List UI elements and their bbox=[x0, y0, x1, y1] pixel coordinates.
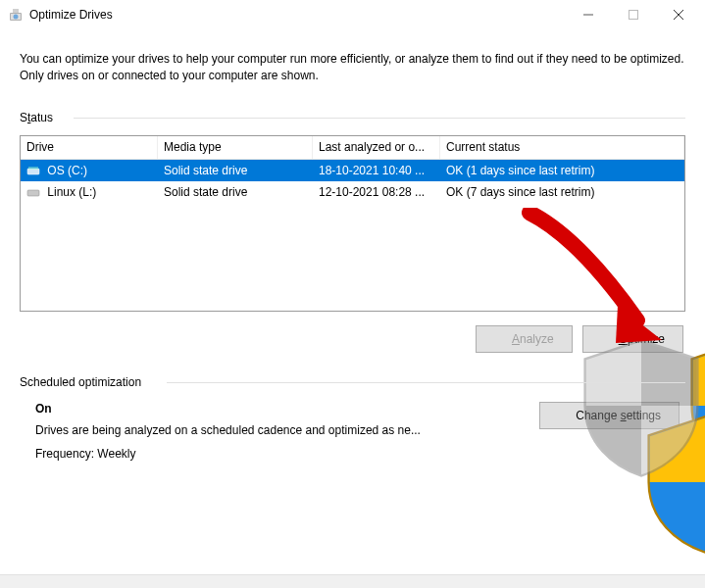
ssd-icon bbox=[26, 165, 40, 176]
cell-media: Solid state drive bbox=[158, 160, 313, 181]
window-title: Optimize Drives bbox=[29, 8, 113, 22]
cell-drive: Linux (L:) bbox=[21, 181, 158, 203]
scheduled-on-label: On bbox=[35, 402, 539, 416]
col-media[interactable]: Media type bbox=[158, 136, 313, 159]
col-drive[interactable]: Drive bbox=[21, 136, 158, 159]
status-section-label: Status bbox=[20, 110, 685, 125]
cell-drive-text: Linux (L:) bbox=[47, 185, 96, 199]
cell-last: 18-10-2021 10:40 ... bbox=[313, 160, 440, 181]
maximize-button[interactable] bbox=[611, 0, 656, 29]
scheduled-desc: Drives are being analyzed on a scheduled… bbox=[35, 423, 539, 437]
titlebar[interactable]: Optimize Drives bbox=[0, 0, 705, 29]
action-button-row: Analyze Optimize bbox=[20, 325, 683, 353]
shield-icon bbox=[494, 332, 506, 346]
table-row[interactable]: Linux (L:) Solid state drive 12-10-2021 … bbox=[21, 181, 684, 203]
cell-media: Solid state drive bbox=[158, 181, 313, 203]
drives-table[interactable]: Drive Media type Last analyzed or o... C… bbox=[20, 135, 685, 312]
svg-rect-3 bbox=[13, 9, 19, 13]
svg-point-2 bbox=[14, 15, 19, 20]
cell-status: OK (1 days since last retrim) bbox=[440, 160, 684, 181]
analyze-button: Analyze bbox=[476, 325, 573, 353]
cell-drive: OS (C:) bbox=[21, 160, 158, 181]
table-header: Drive Media type Last analyzed or o... C… bbox=[21, 136, 684, 160]
col-last-analyzed[interactable]: Last analyzed or o... bbox=[313, 136, 440, 159]
cell-drive-text: OS (C:) bbox=[47, 164, 87, 177]
description-text: You can optimize your drives to help you… bbox=[20, 51, 685, 84]
col-current-status[interactable]: Current status bbox=[440, 136, 684, 159]
ssd-icon bbox=[26, 186, 40, 198]
bottom-bar: Close bbox=[0, 574, 705, 588]
svg-rect-5 bbox=[629, 11, 638, 20]
scheduled-section-label: Scheduled optimization bbox=[20, 374, 685, 390]
svg-rect-10 bbox=[27, 190, 39, 196]
cell-last: 12-10-2021 08:28 ... bbox=[313, 181, 440, 203]
optimize-drives-icon bbox=[8, 7, 24, 23]
scheduled-frequency: Frequency: Weekly bbox=[35, 447, 539, 461]
table-row[interactable]: OS (C:) Solid state drive 18-10-2021 10:… bbox=[21, 160, 684, 181]
close-button[interactable] bbox=[656, 0, 701, 29]
svg-rect-9 bbox=[28, 167, 38, 170]
minimize-button[interactable] bbox=[566, 0, 611, 29]
cell-status: OK (7 days since last retrim) bbox=[440, 181, 684, 203]
